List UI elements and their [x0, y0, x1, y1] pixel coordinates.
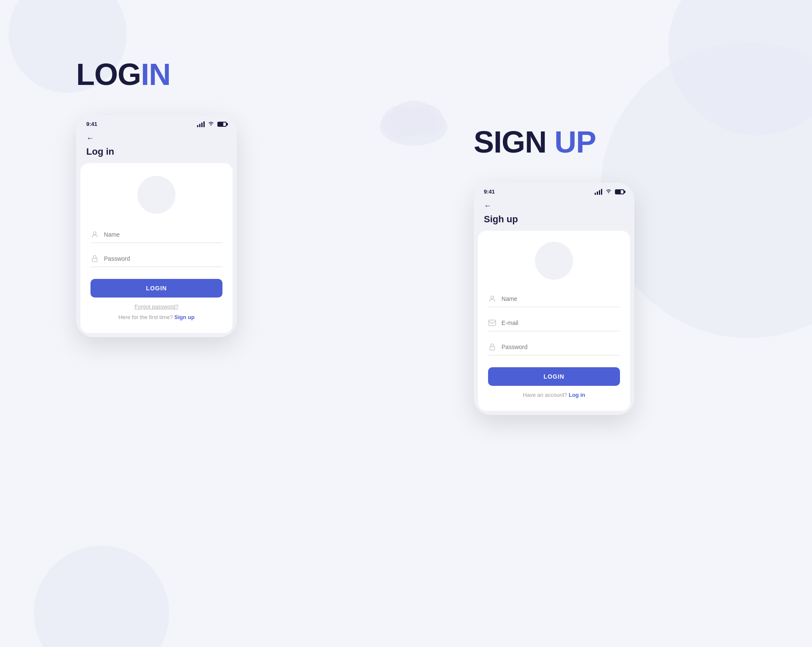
signup-password-input-group	[488, 339, 620, 355]
signup-status-icons	[595, 188, 624, 195]
login-back-button[interactable]: ←	[86, 134, 227, 143]
email-icon	[488, 318, 497, 328]
login-link[interactable]: Log in	[569, 392, 585, 398]
signup-lock-icon	[488, 342, 497, 352]
login-phone-mockup: 9:41	[76, 115, 237, 337]
signup-phone-mockup: 9:41	[474, 183, 634, 415]
page-wrapper: LOGIN 9:41	[0, 0, 812, 647]
login-section: LOGIN 9:41	[0, 0, 406, 647]
signup-login-button[interactable]: LOGIN	[488, 367, 620, 386]
login-button[interactable]: LOGIN	[91, 279, 222, 298]
battery-icon	[217, 122, 227, 127]
signup-email-input[interactable]	[502, 319, 620, 326]
signup-prompt: Here for the first time? Sign up	[91, 314, 222, 320]
login-name-input[interactable]	[104, 231, 222, 238]
signup-battery-icon	[615, 189, 624, 194]
signup-phone-body: LOGIN Have an account? Log in	[478, 231, 630, 411]
login-password-input-group	[91, 251, 222, 267]
signup-user-icon	[488, 294, 497, 303]
login-status-time: 9:41	[86, 121, 97, 127]
login-password-input[interactable]	[104, 255, 222, 262]
forgot-password-link[interactable]: Forgot password?	[91, 303, 222, 310]
svg-point-7	[608, 192, 609, 193]
login-status-icons	[197, 121, 227, 127]
signup-name-input[interactable]	[502, 295, 620, 302]
wifi-icon	[208, 121, 214, 127]
lock-icon	[91, 254, 99, 263]
login-title-blue: IN	[141, 57, 170, 91]
signup-title-blue: UP	[554, 125, 596, 159]
login-phone-body: LOGIN Forgot password? Here for the firs…	[80, 163, 233, 333]
signup-phone-header: ← Sigh up	[474, 199, 634, 231]
signup-signal-bars-icon	[595, 189, 602, 195]
signup-avatar-placeholder	[535, 242, 573, 280]
signup-phone-title: Sigh up	[484, 214, 624, 225]
signup-title: SIGN UP	[474, 127, 596, 157]
signup-prompt-text: Here for the first time?	[118, 314, 174, 320]
svg-point-8	[491, 296, 494, 299]
signal-bars-icon	[197, 121, 205, 127]
signup-section: SIGN UP 9:41	[406, 0, 812, 647]
user-icon	[91, 230, 99, 239]
signup-name-input-group	[488, 291, 620, 307]
login-avatar-placeholder	[137, 176, 176, 214]
svg-rect-9	[489, 320, 496, 325]
svg-point-5	[93, 232, 96, 235]
signup-title-dark: SIGN	[474, 125, 546, 159]
signup-back-button[interactable]: ←	[484, 202, 624, 210]
signup-email-input-group	[488, 315, 620, 331]
signup-status-time: 9:41	[484, 188, 495, 195]
svg-point-4	[211, 125, 211, 126]
login-title: LOGIN	[76, 59, 170, 90]
signup-wifi-icon	[605, 188, 612, 195]
svg-rect-10	[490, 347, 495, 350]
svg-rect-6	[92, 258, 97, 262]
have-account-prompt: Have an account? Log in	[488, 392, 620, 398]
signup-status-bar: 9:41	[474, 183, 634, 199]
login-phone-header: ← Log in	[76, 131, 237, 163]
login-name-input-group	[91, 227, 222, 243]
signup-password-input[interactable]	[502, 344, 620, 350]
signup-link[interactable]: Sign up	[174, 314, 195, 320]
login-title-dark: LOG	[76, 57, 141, 91]
login-phone-title: Log in	[86, 146, 227, 157]
have-account-text: Have an account?	[523, 392, 568, 398]
login-status-bar: 9:41	[76, 115, 237, 131]
